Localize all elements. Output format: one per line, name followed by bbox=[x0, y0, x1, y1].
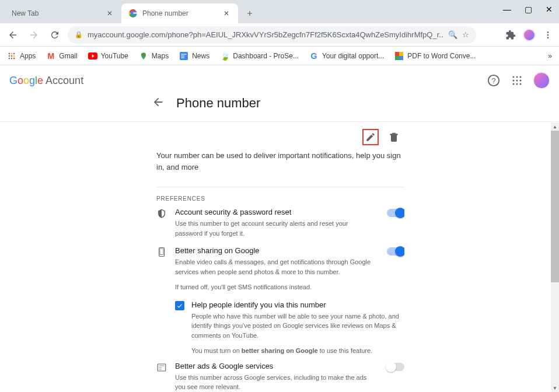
back-arrow-icon[interactable] bbox=[152, 96, 165, 111]
pref-desc: Use this number across Google services, … bbox=[175, 373, 376, 391]
checkbox-identify[interactable] bbox=[175, 301, 184, 310]
svg-rect-3 bbox=[9, 52, 10, 54]
scrollbar-thumb[interactable] bbox=[551, 131, 559, 282]
bookmarks-overflow[interactable]: » bbox=[548, 52, 552, 60]
page-title-row: Phone number bbox=[0, 96, 559, 121]
pref-title: Better sharing on Google bbox=[175, 246, 376, 255]
address-bar[interactable]: 🔒 🔍 ☆ bbox=[68, 26, 476, 44]
tab-title: New Tab bbox=[12, 9, 105, 18]
svg-point-32 bbox=[520, 83, 522, 85]
scrollbar[interactable]: ▲ ▼ bbox=[551, 131, 559, 392]
bookmark-label: Your digital opport... bbox=[322, 52, 384, 60]
close-icon[interactable]: ✕ bbox=[222, 9, 231, 18]
bookmark-label: Gmail bbox=[59, 52, 77, 60]
new-tab-button[interactable] bbox=[242, 5, 258, 22]
checkbox-note: You must turn on better sharing on Googl… bbox=[191, 346, 404, 356]
svg-rect-34 bbox=[160, 249, 163, 255]
google-favicon bbox=[128, 9, 138, 18]
phone-icon bbox=[156, 247, 168, 259]
page-header: Google Account ? bbox=[0, 65, 559, 96]
bookmark-label: Apps bbox=[20, 52, 36, 60]
extensions-icon[interactable] bbox=[504, 29, 517, 41]
pref-identify: Help people identify you via this number… bbox=[175, 300, 404, 356]
toggle-sharing[interactable] bbox=[387, 247, 404, 256]
bookmark-label: Maps bbox=[152, 52, 169, 60]
svg-point-27 bbox=[513, 80, 515, 82]
svg-rect-4 bbox=[11, 52, 12, 54]
bookmark-maps[interactable]: Maps bbox=[139, 51, 169, 61]
browser-tab-strip: New Tab ✕ Phone number ✕ — ▢ ✕ bbox=[0, 0, 559, 23]
pref-title: Better ads & Google services bbox=[175, 362, 376, 370]
scroll-up-arrow[interactable]: ▲ bbox=[551, 123, 559, 131]
svg-point-0 bbox=[547, 32, 549, 33]
svg-rect-20 bbox=[395, 56, 399, 60]
svg-point-1 bbox=[547, 34, 549, 36]
close-icon[interactable]: ✕ bbox=[105, 9, 114, 18]
bookmark-youtube[interactable]: YouTube bbox=[88, 51, 128, 61]
reload-button[interactable] bbox=[47, 27, 63, 43]
account-avatar[interactable] bbox=[533, 72, 550, 89]
youtube-icon bbox=[88, 51, 97, 61]
gmail-icon: M bbox=[46, 51, 55, 61]
back-button[interactable] bbox=[5, 27, 21, 43]
pref-desc-extra: If turned off, you'll get SMS notificati… bbox=[175, 282, 376, 292]
checkbox-title: Help people identify you via this number bbox=[191, 300, 404, 309]
svg-rect-21 bbox=[399, 56, 403, 60]
browser-tab-active[interactable]: Phone number ✕ bbox=[121, 4, 238, 23]
delete-button[interactable] bbox=[386, 129, 402, 145]
svg-rect-10 bbox=[11, 57, 12, 58]
tab-title: Phone number bbox=[142, 9, 222, 18]
apps-grid-icon[interactable] bbox=[510, 74, 524, 88]
intro-text: Your number can be used to deliver impor… bbox=[156, 150, 404, 173]
pref-sharing: Better sharing on Google Enable video ca… bbox=[156, 246, 404, 292]
page-content: Google Account ? Phone number Your numbe… bbox=[0, 65, 559, 392]
maximize-button[interactable]: ▢ bbox=[523, 5, 533, 14]
svg-rect-19 bbox=[399, 52, 403, 56]
bookmark-pdf[interactable]: PDF to Word Conve... bbox=[394, 51, 476, 61]
help-icon[interactable]: ? bbox=[487, 74, 501, 88]
bookmark-digital[interactable]: GYour digital opport... bbox=[309, 51, 384, 61]
scroll-down-arrow[interactable]: ▼ bbox=[551, 384, 559, 392]
browser-toolbar: 🔒 🔍 ☆ bbox=[0, 23, 559, 47]
menu-icon[interactable] bbox=[541, 29, 554, 41]
close-window-button[interactable]: ✕ bbox=[544, 5, 554, 14]
shield-icon bbox=[156, 208, 168, 220]
toggle-security[interactable] bbox=[387, 209, 404, 217]
forward-button[interactable] bbox=[26, 27, 42, 43]
preferences-label: PREFERENCES bbox=[156, 195, 404, 202]
svg-rect-6 bbox=[9, 55, 10, 56]
star-bookmark-icon[interactable]: ☆ bbox=[462, 30, 469, 39]
svg-text:?: ? bbox=[491, 76, 495, 85]
url-input[interactable] bbox=[88, 30, 443, 39]
apps-shortcut[interactable]: Apps bbox=[7, 51, 36, 61]
svg-point-29 bbox=[520, 80, 522, 82]
svg-rect-18 bbox=[395, 52, 399, 56]
bookmark-label: YouTube bbox=[101, 52, 128, 60]
google-account-logo[interactable]: Google Account bbox=[9, 75, 83, 87]
svg-point-30 bbox=[513, 83, 515, 85]
pref-ads: Better ads & Google services Use this nu… bbox=[156, 362, 404, 391]
bookmark-gmail[interactable]: MGmail bbox=[46, 51, 77, 61]
svg-rect-8 bbox=[13, 55, 15, 56]
svg-rect-9 bbox=[9, 57, 10, 58]
svg-point-2 bbox=[547, 37, 549, 38]
bookmark-dashboard[interactable]: 🍃Dashboard - ProSe... bbox=[220, 51, 299, 61]
svg-point-28 bbox=[516, 80, 518, 82]
browser-tab-inactive[interactable]: New Tab ✕ bbox=[5, 4, 121, 23]
profile-avatar[interactable] bbox=[523, 29, 536, 41]
svg-rect-17 bbox=[181, 57, 185, 58]
divider bbox=[156, 187, 404, 187]
edit-button[interactable] bbox=[362, 129, 379, 145]
news-icon bbox=[179, 51, 188, 61]
minimize-button[interactable]: — bbox=[502, 5, 512, 14]
bookmark-label: Dashboard - ProSe... bbox=[233, 52, 299, 60]
svg-rect-15 bbox=[181, 54, 187, 54]
window-controls: — ▢ ✕ bbox=[502, 5, 554, 14]
toggle-ads[interactable] bbox=[387, 363, 404, 371]
search-in-page-icon[interactable]: 🔍 bbox=[448, 30, 457, 39]
svg-point-25 bbox=[516, 76, 518, 78]
bookmark-news[interactable]: News bbox=[179, 51, 209, 61]
pref-title: Account security & password reset bbox=[175, 208, 376, 216]
svg-rect-5 bbox=[13, 52, 15, 54]
apps-icon bbox=[7, 51, 16, 61]
